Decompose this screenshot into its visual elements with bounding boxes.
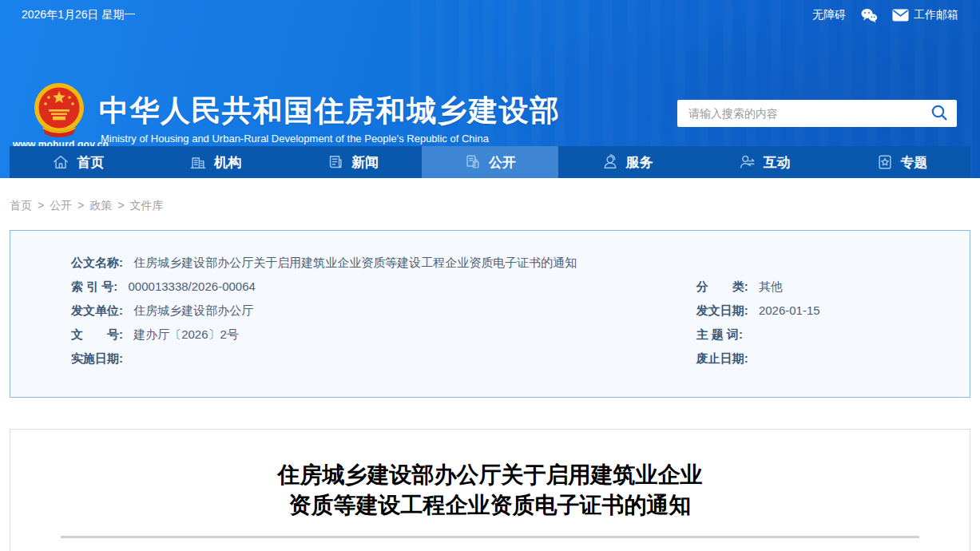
current-date: 2026年1月26日 星期一 [22, 8, 135, 22]
breadcrumb-disclosure[interactable]: 公开 [50, 199, 72, 212]
brand-row: www.mohurd.gov.cn 中华人民共和国住房和城乡建设部 Minist… [0, 30, 980, 146]
meta-cell: 发文日期: 2026-01-15 [696, 303, 970, 319]
meta-cell: 分 类: 其他 [696, 279, 970, 295]
breadcrumb-separator: > [38, 199, 44, 212]
service-icon [601, 153, 619, 171]
nav-item-news[interactable]: 新闻 [284, 146, 422, 178]
meta-row-docno-subject: 文 号: 建办厅〔2026〕2号 主 题 词: [10, 323, 970, 347]
search-icon [930, 104, 948, 124]
disclosure-icon [464, 153, 482, 171]
issue-date-label: 发文日期: [696, 303, 748, 317]
search-input[interactable] [677, 100, 922, 127]
news-icon [327, 153, 344, 171]
nav-item-label: 公开 [489, 153, 516, 172]
issuer-value: 住房城乡建设部办公厅 [133, 303, 253, 317]
category-label: 分 类: [696, 279, 748, 293]
wechat-icon [859, 7, 879, 23]
organization-icon [189, 153, 207, 171]
topbar-links: 无障碍 [812, 7, 958, 23]
meta-row-index-category: 索 引 号: 000013338/2026-00064 分 类: 其他 [10, 275, 970, 299]
index-number-value: 000013338/2026-00064 [129, 279, 256, 293]
nav-item-label: 互动 [764, 153, 791, 172]
meta-row-impl-abolish: 实施日期: 废止日期: [10, 347, 970, 371]
breadcrumb-document-library[interactable]: 文件库 [130, 199, 164, 212]
site-title-english: Ministry of Housing and Urban-Rural Deve… [101, 133, 489, 145]
nav-item-home[interactable]: 首页 [10, 146, 147, 178]
primary-nav: 首页 机构 [10, 146, 970, 178]
nav-item-label: 专题 [901, 153, 928, 172]
breadcrumb-separator: > [77, 199, 84, 212]
breadcrumb-separator: > [117, 199, 124, 212]
nav-item-organization[interactable]: 机构 [147, 146, 284, 178]
breadcrumb-home[interactable]: 首页 [10, 199, 32, 212]
accessibility-label: 无障碍 [812, 8, 846, 22]
meta-row-doc-name: 公文名称: 住房城乡建设部办公厅关于启用建筑业企业资质等建设工程企业资质电子证书… [10, 251, 970, 275]
nav-item-topics[interactable]: 专题 [833, 146, 970, 178]
breadcrumb: 首页>公开>政策>文件库 [10, 197, 970, 213]
nav-item-label: 首页 [77, 153, 104, 172]
nav-item-label: 机构 [214, 153, 241, 172]
index-number-label: 索 引 号: [71, 279, 117, 293]
work-mailbox-link[interactable]: 工作邮箱 [892, 8, 958, 22]
document-title-line2: 资质等建设工程企业资质电子证书的通知 [10, 490, 970, 521]
search-button[interactable] [922, 100, 957, 127]
topics-icon [876, 153, 894, 171]
wechat-link[interactable] [859, 7, 879, 23]
meta-cell: 索 引 号: 000013338/2026-00064 [10, 279, 696, 295]
breadcrumb-policy[interactable]: 政策 [89, 199, 112, 212]
top-utility-bar: 2026年1月26日 星期一 无障碍 [0, 0, 980, 30]
implementation-date-label: 实施日期: [71, 351, 123, 365]
doc-name-label: 公文名称: [71, 256, 123, 269]
nav-item-service[interactable]: 服务 [558, 146, 696, 178]
meta-row-issuer-date: 发文单位: 住房城乡建设部办公厅 发文日期: 2026-01-15 [10, 299, 970, 323]
doc-name-value: 住房城乡建设部办公厅关于启用建筑业企业资质等建设工程企业资质电子证书的通知 [133, 256, 577, 269]
meta-cell: 公文名称: 住房城乡建设部办公厅关于启用建筑业企业资质等建设工程企业资质电子证书… [10, 256, 696, 271]
title-divider [61, 536, 919, 538]
meta-cell: 废止日期: [696, 351, 970, 367]
meta-cell: 主 题 词: [696, 327, 970, 343]
doc-number-label: 文 号: [71, 327, 123, 341]
main-content: 首页>公开>政策>文件库 公文名称: 住房城乡建设部办公厅关于启用建筑业企业资质… [0, 197, 980, 551]
nav-item-disclosure[interactable]: 公开 [422, 146, 559, 178]
nav-item-label: 新闻 [351, 153, 379, 172]
search-box [677, 100, 957, 127]
masthead: 2026年1月26日 星期一 无障碍 [0, 0, 980, 178]
meta-cell: 实施日期: [10, 351, 696, 367]
category-value: 其他 [759, 279, 783, 293]
abolish-date-label: 废止日期: [696, 351, 748, 365]
meta-cell: 发文单位: 住房城乡建设部办公厅 [10, 303, 696, 319]
accessibility-link[interactable]: 无障碍 [812, 8, 846, 22]
subject-words-label: 主 题 词: [696, 327, 743, 341]
meta-cell: 文 号: 建办厅〔2026〕2号 [10, 327, 696, 343]
nav-item-interaction[interactable]: 互动 [696, 146, 833, 178]
doc-number-value: 建办厅〔2026〕2号 [133, 327, 239, 341]
page: 2026年1月26日 星期一 无障碍 [0, 0, 980, 551]
home-icon [52, 153, 69, 171]
issuer-label: 发文单位: [71, 303, 123, 317]
mail-icon [892, 9, 909, 22]
document-content-box: 住房城乡建设部办公厅关于启用建筑业企业 资质等建设工程企业资质电子证书的通知 [10, 429, 970, 551]
national-emblem-logo [33, 81, 85, 139]
document-title: 住房城乡建设部办公厅关于启用建筑业企业 资质等建设工程企业资质电子证书的通知 [10, 460, 970, 521]
document-title-line1: 住房城乡建设部办公厅关于启用建筑业企业 [10, 460, 970, 490]
nav-item-label: 服务 [626, 153, 653, 172]
issue-date-value: 2026-01-15 [759, 303, 820, 317]
work-mailbox-label: 工作邮箱 [914, 8, 958, 22]
site-title-chinese: 中华人民共和国住房和城乡建设部 [99, 91, 561, 131]
document-meta-box: 公文名称: 住房城乡建设部办公厅关于启用建筑业企业资质等建设工程企业资质电子证书… [10, 230, 970, 398]
interaction-icon [739, 153, 756, 171]
